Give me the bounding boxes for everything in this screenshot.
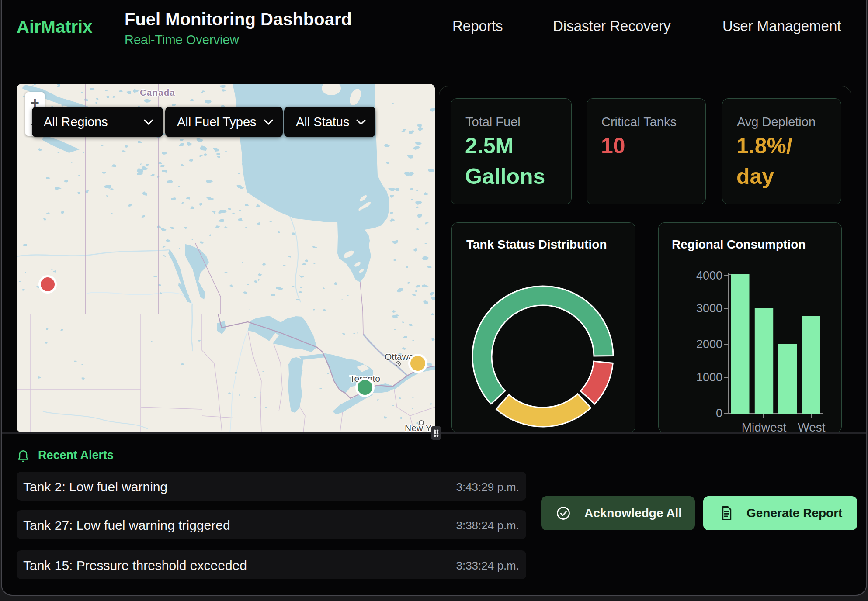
svg-text:3000: 3000: [696, 302, 722, 315]
svg-text:2000: 2000: [696, 338, 722, 351]
svg-text:Canada: Canada: [140, 88, 175, 97]
svg-text:4000: 4000: [696, 269, 722, 282]
svg-text:1000: 1000: [696, 371, 722, 384]
svg-text:Midwest: Midwest: [742, 421, 787, 432]
svg-text:0: 0: [716, 407, 722, 420]
svg-text:West: West: [798, 421, 825, 432]
svg-text:New York: New York: [405, 423, 435, 432]
